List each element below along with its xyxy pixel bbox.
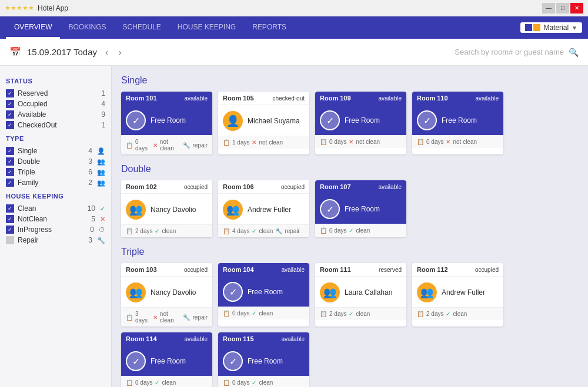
close-button[interactable]: ✕: [570, 3, 583, 14]
footer-days-110: 0 days: [426, 139, 443, 145]
next-date-button[interactable]: ›: [116, 46, 124, 58]
calendar-footer-icon-102: 📋: [126, 228, 133, 234]
room-card-114[interactable]: Room 114 available ✓ Free Room 📋 0 days …: [121, 332, 212, 387]
checkbox-occupied[interactable]: ✓: [6, 100, 14, 108]
sidebar-item-notclean[interactable]: ✓ NotClean 5 ✕: [6, 214, 105, 224]
footer-days-109: 0 days: [329, 139, 346, 145]
footer-repair-label-106: repair: [285, 228, 300, 234]
room-header-102: Room 102 occupied: [121, 180, 212, 194]
room-body-105: 👤 Michael Suyama: [218, 105, 309, 136]
nav-tab-reports[interactable]: REPORTS: [244, 16, 295, 39]
label-triple: Triple: [18, 168, 85, 176]
count-inprogress: 0: [90, 226, 94, 234]
checkbox-single[interactable]: ✓: [6, 147, 14, 155]
sidebar-item-available[interactable]: ✓ Available 9: [6, 109, 105, 120]
single-person-icon: 👤: [97, 147, 105, 155]
free-room-icon-104: ✓: [223, 282, 243, 302]
sidebar-item-single[interactable]: ✓ Single 4 👤: [6, 146, 105, 156]
room-body-107: ✓ Free Room: [315, 193, 406, 224]
nav-tab-bookings[interactable]: BOOKINGS: [60, 16, 114, 39]
toolbar: 📅 15.09.2017 Today ‹ › Search by room# o…: [0, 39, 588, 66]
sidebar-item-double[interactable]: ✓ Double 3 👥: [6, 156, 105, 167]
room-footer-109: 📋 0 days ✕ not clean: [315, 135, 406, 148]
room-footer-101: 📋 0 days ✕ not clean 🔧 repair: [121, 135, 212, 154]
room-footer-107: 📋 0 days ✓ clean: [315, 224, 406, 237]
room-status-115: available: [282, 336, 305, 342]
room-card-107[interactable]: Room 107 available ✓ Free Room 📋 0 days …: [315, 180, 406, 237]
material-dropdown[interactable]: Material ▼: [520, 22, 582, 33]
room-card-103[interactable]: Room 103 occupied 👥 Nancy Davolio 📋 3 da…: [121, 263, 212, 327]
room-card-112[interactable]: Room 112 occupied 👥 Andrew Fuller 📋 2 da…: [412, 263, 503, 327]
room-card-104[interactable]: Room 104 available ✓ Free Room 📋 0 days …: [218, 263, 309, 327]
sidebar-item-repair[interactable]: Repair 3 🔧: [6, 235, 105, 245]
footer-clean-label-107: clean: [356, 227, 370, 234]
checkbox-checkedout[interactable]: ✓: [6, 121, 14, 129]
notclean-icon-110: ✕: [446, 139, 450, 145]
count-repair: 3: [88, 236, 92, 244]
checkbox-double[interactable]: ✓: [6, 157, 14, 166]
sidebar-item-clean[interactable]: ✓ Clean 10 ✓: [6, 203, 105, 214]
label-double: Double: [18, 157, 85, 166]
sidebar-item-inprogress[interactable]: ✓ InProgress 0 ⏱: [6, 224, 105, 235]
free-room-icon-101: ✓: [126, 110, 146, 130]
room-status-101: available: [185, 95, 208, 102]
room-guest-115: Free Room: [248, 357, 283, 365]
room-card-115[interactable]: Room 115 available ✓ Free Room 📋 0 days …: [218, 332, 309, 387]
room-card-109[interactable]: Room 109 available ✓ Free Room 📋 0 days …: [315, 92, 406, 154]
footer-clean-label-109: not clean: [356, 139, 380, 145]
room-card-102[interactable]: Room 102 occupied 👥 Nancy Davolio 📋 2 da…: [121, 180, 212, 237]
nav-tab-overview[interactable]: OVERVIEW: [6, 16, 60, 39]
sidebar-status-title: STATUS: [6, 78, 105, 85]
room-status-102: occupied: [184, 184, 208, 190]
avatar-112: 👥: [417, 282, 437, 302]
section-title-double: Double: [121, 164, 579, 174]
sidebar-item-checkedout[interactable]: ✓ CheckedOut 1: [6, 120, 105, 130]
footer-days-103: 3 days: [135, 311, 151, 324]
checkbox-notclean[interactable]: ✓: [6, 215, 14, 223]
count-family: 2: [88, 179, 92, 187]
room-footer-114: 📋 0 days ✓ clean: [121, 376, 212, 387]
room-card-106[interactable]: Room 106 occupied 👥 Andrew Fuller 📋 4 da…: [218, 180, 309, 237]
room-card-101[interactable]: Room 101 available ✓ Free Room 📋 0 days …: [121, 92, 212, 154]
count-notclean: 5: [91, 215, 95, 223]
room-status-109: available: [379, 95, 402, 102]
room-header-115: Room 115 available: [218, 332, 309, 345]
room-card-111[interactable]: Room 111 reserved 👥 Laura Callahan 📋 2 d…: [315, 263, 406, 327]
label-clean: Clean: [18, 204, 84, 213]
free-room-icon-110: ✓: [417, 110, 437, 130]
room-grid-double: Room 102 occupied 👥 Nancy Davolio 📋 2 da…: [121, 180, 579, 237]
room-body-112: 👥 Andrew Fuller: [412, 277, 503, 307]
footer-days-101: 0 days: [135, 139, 151, 152]
nav-tab-housekeeping[interactable]: HOUSE KEEPING: [169, 16, 244, 39]
sidebar-item-reserved[interactable]: ✓ Reserved 1: [6, 88, 105, 99]
room-body-110: ✓ Free Room: [412, 105, 503, 135]
room-card-105[interactable]: Room 105 checked-out 👤 Michael Suyama 📋 …: [218, 92, 309, 154]
sidebar-item-family[interactable]: ✓ Family 2 👥: [6, 177, 105, 188]
prev-date-button[interactable]: ‹: [103, 46, 111, 58]
calendar-footer-icon-107: 📋: [320, 227, 327, 234]
sidebar-item-occupied[interactable]: ✓ Occupied 4: [6, 99, 105, 109]
checkbox-clean[interactable]: ✓: [6, 204, 14, 213]
checkbox-triple[interactable]: ✓: [6, 168, 14, 176]
app-title: Hotel App: [38, 4, 542, 12]
footer-clean-label-115: clean: [259, 379, 273, 386]
avatar-103: 👥: [126, 282, 146, 302]
room-card-110[interactable]: Room 110 available ✓ Free Room 📋 0 days …: [412, 92, 503, 154]
checkbox-available[interactable]: ✓: [6, 110, 14, 119]
checkbox-repair[interactable]: [6, 236, 14, 244]
room-footer-102: 📋 2 days ✓ clean: [121, 224, 212, 237]
room-number-101: Room 101: [126, 95, 157, 102]
checkbox-family[interactable]: ✓: [6, 179, 14, 187]
checkbox-reserved[interactable]: ✓: [6, 89, 14, 97]
triple-person-icon: 👥: [97, 169, 105, 176]
clean-icon-104: ✓: [252, 310, 256, 317]
checkbox-inprogress[interactable]: ✓: [6, 226, 14, 234]
room-status-114: available: [185, 336, 208, 342]
calendar-footer-icon-104: 📋: [223, 310, 230, 317]
room-guest-114: Free Room: [151, 357, 186, 365]
sidebar-item-triple[interactable]: ✓ Triple 6 👥: [6, 167, 105, 177]
nav-tab-schedule[interactable]: SCHEDULE: [114, 16, 169, 39]
minimize-button[interactable]: —: [542, 3, 555, 14]
search-icon[interactable]: 🔍: [569, 48, 579, 57]
restore-button[interactable]: □: [556, 3, 569, 14]
